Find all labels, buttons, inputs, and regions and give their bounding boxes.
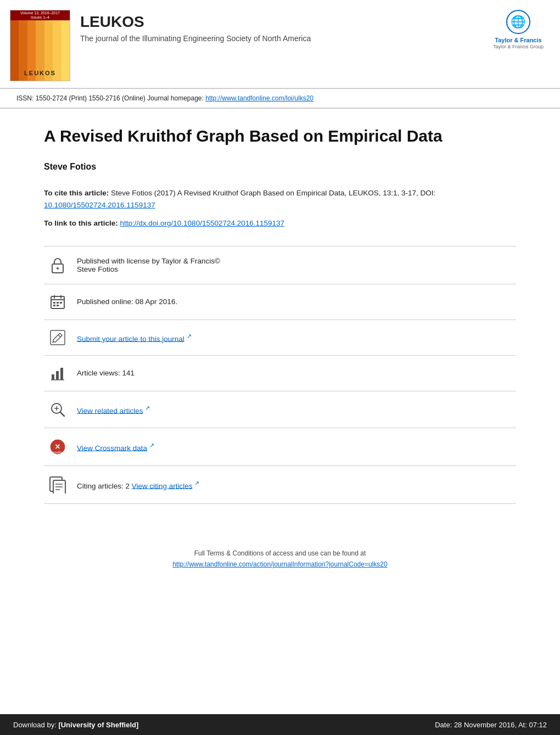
- external-icon-3: ↗: [149, 442, 154, 448]
- related-link[interactable]: View related articles: [77, 406, 143, 414]
- cite-label: To cite this article:: [44, 189, 109, 197]
- citing-icon: [44, 476, 71, 493]
- tf-group-label: Taylor & Francis Group: [493, 44, 544, 49]
- issn-url-link[interactable]: http://www.tandfonline.com/loi/ulks20: [205, 94, 313, 102]
- published-text: Published online: 08 Apr 2016.: [71, 298, 516, 306]
- link-block: To link to this article: http://dx.doi.o…: [44, 217, 516, 229]
- citing-row[interactable]: Citing articles: 2 View citing articles …: [44, 466, 516, 504]
- tf-brand-name: Taylor & Francis: [495, 36, 541, 44]
- views-row: Article views: 141: [44, 356, 516, 391]
- svg-rect-6: [53, 302, 55, 304]
- article-doi-link[interactable]: http://dx.doi.org/10.1080/15502724.2016.…: [120, 219, 285, 227]
- cite-doi-link[interactable]: 10.1080/15502724.2016.1159137: [44, 201, 155, 209]
- svg-rect-8: [60, 302, 62, 304]
- info-rows: Published with license by Taylor & Franc…: [44, 246, 516, 504]
- issn-text: ISSN: 1550-2724 (Print) 1550-2716 (Onlin…: [16, 94, 204, 102]
- svg-rect-7: [57, 302, 59, 304]
- external-icon: ↗: [187, 333, 192, 339]
- download-value: [University of Sheffield]: [58, 721, 138, 729]
- submit-row[interactable]: Submit your article to this journal ↗: [44, 320, 516, 356]
- tf-logo: 🌐 Taylor & Francis Taylor & Francis Grou…: [493, 10, 544, 49]
- footer-terms: Full Terms & Conditions of access and us…: [44, 537, 516, 581]
- tf-globe-icon: 🌐: [506, 10, 530, 34]
- svg-rect-10: [57, 305, 59, 306]
- crossmark-text[interactable]: View Crossmark data ↗: [71, 442, 516, 452]
- download-label: Download by:: [13, 721, 57, 729]
- cite-block: To cite this article: Steve Fotios (2017…: [44, 187, 516, 211]
- main-content: A Revised Kruithof Graph Based on Empiri…: [0, 109, 560, 603]
- header: Volume 13, 2016–2017Issues 1–4 LEUKOS LE…: [0, 0, 560, 89]
- terms-url-link[interactable]: http://www.tandfonline.com/action/journa…: [172, 560, 387, 568]
- related-row[interactable]: View related articles ↗: [44, 391, 516, 428]
- submit-link[interactable]: Submit your article to this journal: [77, 334, 184, 343]
- svg-text:×: ×: [55, 442, 60, 451]
- svg-line-17: [60, 412, 64, 416]
- pencil-icon: [44, 330, 71, 345]
- svg-point-1: [57, 267, 59, 270]
- lock-icon: [44, 256, 71, 274]
- license-text: Published with license by Taylor & Franc…: [71, 257, 516, 273]
- issn-bar: ISSN: 1550-2724 (Print) 1550-2716 (Onlin…: [0, 89, 560, 109]
- related-text[interactable]: View related articles ↗: [71, 405, 516, 415]
- author-name: Steve Fotios: [44, 162, 516, 172]
- crossmark-row[interactable]: × CrossMark View Crossmark data ↗: [44, 428, 516, 466]
- svg-rect-13: [56, 371, 59, 380]
- license-row: Published with license by Taylor & Franc…: [44, 246, 516, 284]
- views-text: Article views: 141: [71, 369, 516, 377]
- article-title: A Revised Kruithof Graph Based on Empiri…: [44, 125, 516, 147]
- crossmark-link[interactable]: View Crossmark data: [77, 444, 147, 452]
- terms-line1: Full Terms & Conditions of access and us…: [88, 548, 472, 559]
- svg-rect-12: [52, 374, 54, 380]
- svg-rect-9: [53, 305, 55, 306]
- crossref-search-icon: [44, 401, 71, 418]
- journal-title: LEUKOS: [80, 13, 544, 31]
- citing-link[interactable]: View citing articles: [132, 481, 193, 490]
- bottom-bar: Download by: [University of Sheffield] D…: [0, 714, 560, 735]
- date-value: 28 November 2016, At: 07:12: [454, 721, 547, 729]
- date-label: Date:: [435, 721, 452, 729]
- published-row: Published online: 08 Apr 2016.: [44, 284, 516, 320]
- citing-text[interactable]: Citing articles: 2 View citing articles …: [71, 480, 516, 490]
- cite-text: Steve Fotios (2017) A Revised Kruithof G…: [111, 189, 435, 197]
- link-label: To link to this article:: [44, 219, 118, 227]
- external-icon-2: ↗: [145, 405, 150, 411]
- barchart-icon: [44, 366, 71, 381]
- journal-subtitle: The journal of the Illuminating Engineer…: [80, 34, 544, 43]
- journal-info: LEUKOS The journal of the Illuminating E…: [80, 10, 544, 43]
- download-by: Download by: [University of Sheffield]: [13, 721, 138, 729]
- calendar-icon: [44, 294, 71, 310]
- journal-cover: Volume 13, 2016–2017Issues 1–4 LEUKOS: [10, 10, 70, 81]
- svg-rect-14: [60, 368, 63, 380]
- crossmark-icon: × CrossMark: [44, 438, 71, 456]
- date-info: Date: 28 November 2016, At: 07:12: [435, 721, 547, 729]
- external-icon-4: ↗: [194, 480, 199, 486]
- submit-text[interactable]: Submit your article to this journal ↗: [71, 333, 516, 343]
- svg-text:CrossMark: CrossMark: [51, 451, 65, 454]
